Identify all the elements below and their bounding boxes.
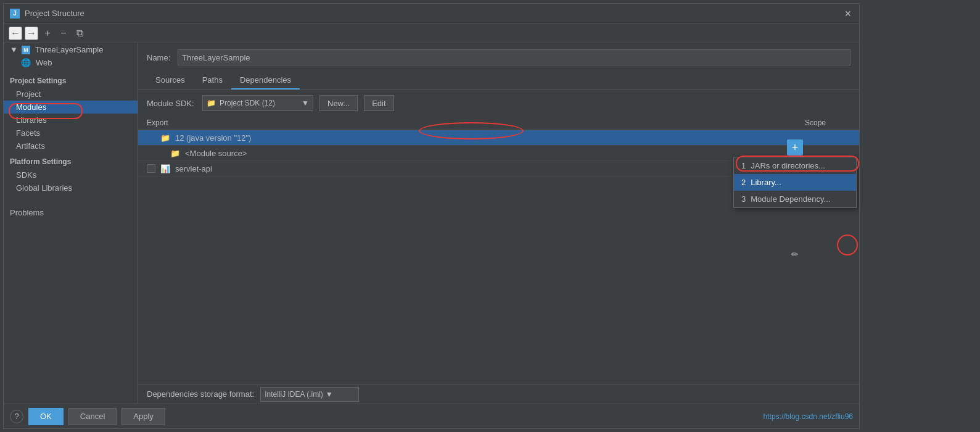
platform-settings-header: Platform Settings: [4, 152, 138, 168]
name-label: Name:: [147, 53, 171, 62]
name-input[interactable]: [178, 49, 850, 65]
sidebar-item-global-libraries[interactable]: Global Libraries: [4, 181, 138, 194]
edit-dependency-button[interactable]: ✏: [787, 246, 803, 262]
item-number-2: 2: [741, 178, 746, 187]
help-button[interactable]: ?: [10, 410, 23, 423]
sidebar-item-artifacts[interactable]: Artifacts: [4, 139, 138, 152]
dropdown-item-jars[interactable]: 1 JARs or directories...: [734, 157, 856, 174]
apply-button[interactable]: Apply: [121, 408, 165, 425]
title-bar: J Project Structure ✕: [4, 4, 859, 23]
storage-value: IntelliJ IDEA (.iml): [265, 390, 323, 399]
sdk-folder-icon: 📁: [207, 99, 216, 107]
sidebar-item-facets[interactable]: Facets: [4, 127, 138, 139]
name-row: Name:: [138, 43, 859, 72]
dep-icon-folder-0: 📁: [160, 133, 170, 143]
tab-paths[interactable]: Paths: [194, 72, 231, 89]
right-panel: Name: Sources Paths Dependencies Modu: [138, 43, 859, 404]
sdk-select[interactable]: 📁 Project SDK (12) ▼: [202, 95, 313, 111]
plus-annotation: [837, 235, 858, 255]
dep-checkbox-2[interactable]: [147, 164, 155, 173]
dep-name-1: <Module source>: [185, 149, 796, 158]
forward-button[interactable]: →: [25, 27, 38, 40]
module-icon: M: [22, 46, 30, 54]
sdk-edit-button[interactable]: Edit: [364, 95, 393, 111]
dep-name-0: 12 (java version "12"): [175, 133, 796, 143]
sdk-new-button[interactable]: New...: [319, 95, 358, 111]
sdk-label: Module SDK:: [147, 99, 196, 108]
add-button[interactable]: +: [41, 27, 54, 40]
back-button[interactable]: ←: [9, 27, 22, 40]
tab-sources[interactable]: Sources: [147, 72, 194, 89]
ok-button[interactable]: OK: [28, 408, 64, 425]
storage-label: Dependencies storage format:: [147, 389, 254, 399]
footer: ? OK Cancel Apply https://blog.csdn.net/…: [4, 404, 859, 428]
tabs-row: Sources Paths Dependencies: [138, 72, 859, 90]
project-tree: ▼ M ThreeLayerSample 🌐 Web: [4, 43, 138, 69]
dropdown-item-library[interactable]: 2 Library...: [734, 174, 856, 191]
tree-child-label: Web: [36, 58, 52, 67]
sdk-value: Project SDK (12): [220, 99, 275, 107]
dropdown-item-module-dep[interactable]: 3 Module Dependency...: [734, 191, 856, 207]
item-label-jars: JARs or directories...: [751, 161, 825, 170]
copy-button[interactable]: ⧉: [73, 27, 86, 40]
bottom-bar: Dependencies storage format: IntelliJ ID…: [138, 384, 859, 404]
project-settings-header: Project Settings: [4, 72, 138, 88]
title-bar-left: J Project Structure: [10, 9, 84, 19]
sidebar-item-sdks[interactable]: SDKs: [4, 168, 138, 181]
item-label-library: Library...: [751, 178, 781, 187]
deps-header: Export Scope: [138, 116, 859, 130]
tree-root-item[interactable]: ▼ M ThreeLayerSample: [4, 43, 138, 56]
web-icon: 🌐: [21, 58, 31, 67]
sidebar: ▼ M ThreeLayerSample 🌐 Web Project Setti…: [4, 43, 138, 404]
app-icon: J: [10, 9, 20, 19]
item-number-3: 3: [741, 194, 746, 204]
footer-link[interactable]: https://blog.csdn.net/zfliu96: [764, 412, 853, 421]
sdk-dropdown-arrow: ▼: [302, 99, 309, 107]
scope-header: Scope: [805, 118, 826, 127]
project-structure-window: J Project Structure ✕ ← → + − ⧉ ▼ M Thre…: [3, 3, 860, 429]
storage-select[interactable]: IntelliJ IDEA (.iml) ▼: [260, 387, 359, 402]
expand-icon: ▼: [10, 45, 18, 54]
tab-dependencies[interactable]: Dependencies: [231, 72, 300, 89]
close-button[interactable]: ✕: [843, 9, 853, 19]
main-content: ▼ M ThreeLayerSample 🌐 Web Project Setti…: [4, 43, 859, 404]
add-dependency-button[interactable]: +: [787, 139, 803, 156]
cancel-button[interactable]: Cancel: [68, 408, 117, 425]
sidebar-item-problems[interactable]: Problems: [4, 204, 138, 219]
dep-icon-folder-1: 📁: [170, 148, 180, 158]
tree-root-label: ThreeLayerSample: [35, 45, 104, 54]
sidebar-item-libraries[interactable]: Libraries: [4, 114, 138, 127]
remove-button[interactable]: −: [57, 27, 70, 40]
item-label-module-dep: Module Dependency...: [751, 194, 830, 204]
toolbar: ← → + − ⧉: [4, 23, 859, 43]
sidebar-item-project[interactable]: Project: [4, 88, 138, 101]
dep-name-2: servlet-api: [175, 164, 796, 173]
storage-arrow: ▼: [326, 390, 333, 399]
export-header: Export: [147, 118, 805, 127]
add-dependency-dropdown: 1 JARs or directories... 2 Library... 3 …: [733, 157, 857, 208]
sdk-row: Module SDK: 📁 Project SDK (12) ▼ New... …: [138, 90, 859, 116]
item-number-1: 1: [741, 161, 746, 170]
sidebar-item-modules[interactable]: Modules: [4, 101, 138, 114]
window-title: Project Structure: [25, 9, 84, 18]
dep-icon-bars-2: 📊: [160, 164, 170, 173]
tree-child-item[interactable]: 🌐 Web: [4, 56, 138, 69]
